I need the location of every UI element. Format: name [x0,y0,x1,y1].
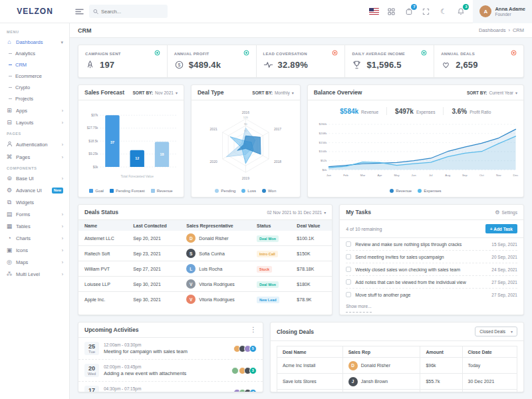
brand-logo: VELZON [17,7,53,16]
deals-date-filter[interactable]: 02 Nov 2021 to 31 Dec 2021▾ [267,210,326,215]
deal-type-sort-dropdown[interactable]: SORT BY:Monthly▾ [252,90,293,95]
sidebar-item-forms[interactable]: ▤Forms› [0,208,69,220]
search-icon [93,9,98,15]
cart-button[interactable]: 7 [404,7,414,17]
kpi-card-campaign-sent: CAMPAIGN SENT 197 [78,45,168,77]
balance-area-chart: $260k$208k$156k$104k$52k$0kJanFebMarAprM… [312,116,519,188]
svg-text:$: $ [178,63,180,67]
profit-ratio: 3.6% [452,108,467,115]
sidebar-toggle-button[interactable] [75,7,84,16]
dark-mode-button[interactable]: ☾ [438,7,448,17]
svg-text:$208k: $208k [319,132,327,135]
status-badge: Deal Won [257,235,279,242]
sidebar-item-ecommerce[interactable]: Ecommerce [0,70,69,82]
task-checkbox[interactable] [346,279,351,285]
show-more-link[interactable]: Show more... [346,301,371,313]
sidebar-item-tables[interactable]: ▦Tables› [0,220,69,232]
balance-stats: $584kRevenue $497kExpenses 3.6%Profit Ra… [312,103,519,116]
kebab-menu-icon[interactable]: ⋮ [250,327,257,333]
svg-text:37: 37 [110,140,114,144]
svg-text:2019: 2019 [242,176,249,180]
chevron-right-icon: › [62,272,63,277]
card-title: Upcoming Activities [84,327,138,333]
legend-label: Goal [95,189,104,193]
svg-text:2016: 2016 [242,110,249,114]
task-list: Review and make sure nothing slips throu… [340,238,523,313]
sidebar-section-pages: PAGES [0,128,69,138]
gear-icon: ⚙ [495,209,499,215]
card-title: Sales Forecast [84,89,124,96]
apps-grid-button[interactable] [386,7,396,17]
base-ui-icon: ⊚ [6,176,13,182]
sidebar-item-crypto[interactable]: Crypto [0,82,69,93]
date-chip: 20Wed [84,364,99,377]
svg-text:$37k: $37k [91,114,98,117]
status-badge: New Lead [257,297,279,303]
language-flag-button[interactable] [369,7,379,17]
sidebar-item-advance-ui[interactable]: ⚙Advance UINew [0,184,69,196]
sidebar-item-multi-level[interactable]: ⁂Multi Level› [0,268,69,280]
search-input[interactable] [101,9,164,15]
breadcrumb-root[interactable]: Dashboards [479,27,505,33]
add-task-button[interactable]: + Add Task [485,224,517,233]
widgets-icon: ⧉ [6,200,13,205]
sidebar-item-icons[interactable]: ▣Icons› [0,244,69,256]
chevron-right-icon: › [62,248,63,253]
page-header: CRM Dashboards › CRM [70,23,532,38]
task-checkbox[interactable] [346,241,351,247]
sidebar-item-base-ui[interactable]: ⊚Base UI› [0,172,69,184]
closing-deals-filter-select[interactable]: Closed Deals▾ [475,327,517,336]
breadcrumb-current: CRM [513,27,524,33]
new-badge: New [52,188,63,194]
svg-text:$52k: $52k [321,159,327,162]
user-role: Founder [495,12,525,17]
sidebar-item-crm[interactable]: CRM [0,59,69,70]
svg-text:Total Forecasted Value: Total Forecasted Value [121,175,154,178]
task-checkbox[interactable] [346,292,351,297]
column-header: Sales Representative [180,220,251,231]
task-item: Weekly closed sales won checking with sa… [346,263,517,276]
balance-sort-dropdown[interactable]: SORT BY:Current Year▾ [467,90,517,95]
fullscreen-button[interactable] [421,7,431,17]
sidebar-item-maps[interactable]: ◎Maps› [0,256,69,268]
balance-legend: Revenue Expenses [312,188,519,196]
sidebar-item-analytics[interactable]: Analytics [0,48,69,59]
column-header: Last Contacted [127,220,180,231]
task-checkbox[interactable] [346,254,351,259]
kpi-card-annual-profit: ANNUAL PROFIT $ $489.4k [168,45,257,77]
table-row: Absternet LLCSep 20, 2021 DDonald Risher… [78,231,332,246]
attendee-count-badge: 5 [249,345,257,352]
fullscreen-icon [422,8,430,15]
sidebar-item-charts[interactable]: ◔Charts› [0,232,69,244]
deal-type-legend: Pending Loss Won [196,188,296,196]
deal-type-card: Deal Type SORT BY:Monthly▾ 2016201720182… [191,84,301,198]
caret-down-icon: ▾ [511,329,513,334]
notifications-button[interactable]: 3 [456,7,466,17]
charts-icon: ◔ [6,235,13,241]
apps-icon: ⊞ [6,108,13,114]
sidebar-item-projects[interactable]: Projects [0,93,69,104]
avatar: V [186,295,196,304]
task-item: Move stuff to another page27 Sep, 2021 [346,289,517,301]
legend-label: Loss [247,189,256,193]
sidebar-item-widgets[interactable]: ⧉Widgets [0,196,69,208]
dash-bullet [9,65,12,65]
legend-label: Pending [221,189,235,193]
tasks-settings-button[interactable]: ⚙Settings [495,209,517,215]
task-checkbox[interactable] [346,267,351,272]
avatar: A [479,5,491,17]
page-title: CRM [78,27,92,34]
sidebar-item-dashboards[interactable]: ⌂ Dashboards ▾ [0,36,69,48]
sidebar-item-authentication[interactable]: Authentication› [0,138,69,151]
user-menu[interactable]: A Anna Adame Founder [473,0,532,23]
svg-text:$27.75k: $27.75k [87,126,98,130]
svg-text:$9.25k: $9.25k [88,152,98,156]
sales-forecast-sort-dropdown[interactable]: SORT BY:Nov 2021▾ [133,90,178,95]
expenses-total: $497k [395,108,414,115]
legend-label: Won [268,189,276,193]
sidebar-item-apps[interactable]: ⊞Apps› [0,104,69,116]
caret-down-icon: ▾ [176,90,178,95]
layouts-icon: ⊟ [6,120,13,126]
sidebar-item-pages[interactable]: ⌘Pages› [0,151,69,163]
sidebar-item-layouts[interactable]: ⊟Layouts› [0,116,69,128]
